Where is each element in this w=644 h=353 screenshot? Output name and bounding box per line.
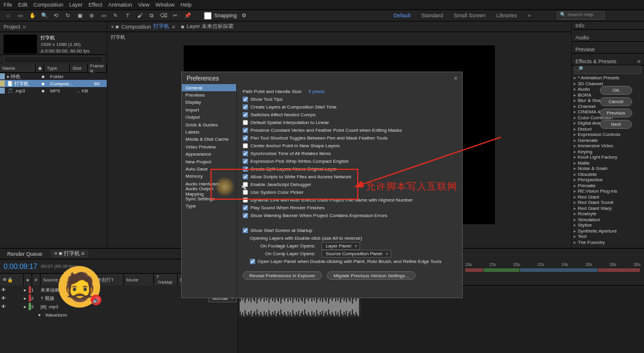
- rotate-tool-icon[interactable]: ↻: [63, 11, 73, 20]
- preview-panel-header[interactable]: Preview: [572, 45, 644, 54]
- tab-render-queue[interactable]: Render Queue: [4, 251, 46, 257]
- fx-category[interactable]: ▸Rowbyte: [572, 211, 644, 217]
- footage-layer-select[interactable]: Layer Panel: [321, 242, 360, 250]
- workspace-small-screen[interactable]: Small Screen: [454, 13, 486, 18]
- menu-file[interactable]: File: [4, 2, 13, 8]
- opt-splitabove-checkbox[interactable]: [243, 166, 248, 172]
- fx-category[interactable]: ▸Keying: [572, 149, 644, 155]
- fx-category[interactable]: ▸Expression Controls: [572, 132, 644, 138]
- eraser-tool-icon[interactable]: ⌫: [159, 11, 168, 20]
- opt-pickwhip-checkbox[interactable]: [243, 159, 248, 164]
- opt-syscolor-checkbox[interactable]: [243, 190, 248, 195]
- migrate-settings-button[interactable]: Migrate Previous Version Settings...: [327, 271, 416, 280]
- opt-warnexpr-checkbox[interactable]: [243, 213, 248, 218]
- prefs-category-video-preview[interactable]: Video Preview: [182, 143, 236, 150]
- snap-opts-icon[interactable]: ⚙: [239, 11, 249, 20]
- prefs-category-previews[interactable]: Previews: [182, 91, 236, 98]
- puppet-tool-icon[interactable]: 📌: [182, 11, 192, 20]
- panel-menu-icon[interactable]: ≡: [23, 24, 26, 30]
- project-row-audio[interactable]: 🎵 .mp3 ■ MP3 ... KB: [0, 87, 107, 94]
- opt-switches-checkbox[interactable]: [243, 112, 248, 117]
- home-icon[interactable]: ⌂: [4, 11, 13, 20]
- fx-category[interactable]: ▸Red Giant Toonit: [572, 200, 644, 206]
- opt-openlayer-checkbox[interactable]: [250, 259, 255, 264]
- fx-category[interactable]: ▸Primatte: [572, 183, 644, 189]
- anchor-tool-icon[interactable]: ⊕: [87, 11, 97, 20]
- cancel-button[interactable]: Cancel: [600, 97, 632, 106]
- selection-tool-icon[interactable]: ▭: [16, 11, 25, 20]
- help-search-input[interactable]: 🔍 Search Help: [557, 11, 605, 20]
- effects-search-input[interactable]: 🔎: [574, 66, 642, 74]
- prefs-category-media-disk-cache[interactable]: Media & Disk Cache: [182, 136, 236, 143]
- project-row-comp[interactable]: 📑 打字机 ■ Composi... 60: [0, 80, 107, 87]
- comp-layer-select[interactable]: Source Composition Panel: [321, 250, 391, 258]
- comp-tab[interactable]: × ■ Composition 打字机 ≡: [111, 23, 175, 30]
- fx-category[interactable]: ▸The Foundry: [572, 240, 644, 246]
- fx-category[interactable]: ▸* Animation Presets: [572, 75, 644, 81]
- opt-dynlink-checkbox[interactable]: [243, 197, 248, 203]
- current-time[interactable]: 0:00:09:17: [4, 262, 38, 271]
- prefs-category-auto-save[interactable]: Auto-Save: [182, 165, 236, 172]
- menu-animation[interactable]: Animation: [108, 2, 132, 8]
- fx-category[interactable]: ▸Text: [572, 234, 644, 240]
- audio-panel-header[interactable]: Audio: [572, 33, 644, 42]
- menu-help[interactable]: Help: [181, 2, 192, 8]
- roto-tool-icon[interactable]: ✂: [171, 11, 180, 20]
- fx-category[interactable]: ▸Knoll Light Factory: [572, 154, 644, 160]
- prefs-category-display[interactable]: Display: [182, 99, 236, 106]
- fx-category[interactable]: ▸Red Giant: [572, 194, 644, 200]
- menu-effect[interactable]: Effect: [89, 2, 103, 8]
- workspace-default[interactable]: Default: [394, 13, 411, 18]
- opt-preserve-checkbox[interactable]: [243, 128, 248, 133]
- menu-view[interactable]: View: [138, 2, 149, 8]
- workspace-standard[interactable]: Standard: [421, 13, 443, 18]
- info-panel-header[interactable]: Info: [572, 21, 644, 30]
- fx-category[interactable]: ▸Matte: [572, 160, 644, 166]
- prefs-category-labels[interactable]: Labels: [182, 128, 236, 135]
- project-row-folder[interactable]: ▸ 特色 ■ Folder: [0, 73, 107, 80]
- opt-scripts-checkbox[interactable]: [243, 174, 248, 179]
- close-icon[interactable]: ×: [454, 75, 457, 82]
- previous-button[interactable]: Previous: [600, 109, 632, 117]
- stamp-tool-icon[interactable]: ⧉: [147, 11, 156, 20]
- brush-tool-icon[interactable]: 🖌: [135, 11, 144, 20]
- shape-tool-icon[interactable]: ▭: [99, 11, 109, 20]
- fx-category[interactable]: ▸Synthetic Aperture: [572, 228, 644, 234]
- next-button[interactable]: Next: [600, 120, 632, 129]
- workspace-more-icon[interactable]: »: [528, 13, 531, 18]
- menu-window[interactable]: Window: [156, 2, 175, 8]
- prefs-category-audio-output-mapping[interactable]: Audio Output Mapping: [182, 187, 236, 194]
- opt-sync-checkbox[interactable]: [243, 151, 248, 156]
- fx-category[interactable]: ▸Red Giant Warp: [572, 206, 644, 212]
- opt-startup-checkbox[interactable]: [243, 228, 248, 233]
- workspace-libraries[interactable]: Libraries: [496, 13, 517, 18]
- orbit-tool-icon[interactable]: ⟲: [51, 11, 61, 20]
- prefs-category-import[interactable]: Import: [182, 106, 236, 113]
- reveal-prefs-button[interactable]: Reveal Preferences in Explorer: [243, 271, 322, 280]
- prefs-category-type[interactable]: Type: [182, 202, 236, 209]
- text-tool-icon[interactable]: T: [123, 11, 132, 20]
- prefs-category-output[interactable]: Output: [182, 114, 236, 121]
- pen-tool-icon[interactable]: ✎: [111, 11, 120, 20]
- timeline-waveform-row[interactable]: ▾Waveform: [0, 311, 238, 319]
- prefs-category-memory[interactable]: Memory: [182, 173, 236, 180]
- prefs-category-grids-guides[interactable]: Grids & Guides: [182, 121, 236, 128]
- timeline-layer[interactable]: 👁▸3[B] .mp3: [0, 302, 238, 311]
- fx-category[interactable]: ▸RE:Vision Plug-ins: [572, 188, 644, 194]
- fx-category[interactable]: ▸Simulation: [572, 217, 644, 223]
- opt-create_start-checkbox[interactable]: [243, 104, 248, 110]
- path-size-value[interactable]: 5 pixels: [308, 89, 324, 94]
- layer-tab[interactable]: ■ Layer 未来信标探索: [181, 23, 234, 30]
- opt-pentool-checkbox[interactable]: [243, 135, 248, 141]
- opt-jsdbg-checkbox[interactable]: [243, 182, 248, 187]
- effects-panel-header[interactable]: Effects & Presets≡: [572, 57, 644, 66]
- project-search-input[interactable]: [4, 56, 103, 63]
- tab-comp[interactable]: × ■ 打字机 ≡: [51, 250, 88, 258]
- fx-category[interactable]: ▸Generate: [572, 138, 644, 144]
- fx-category[interactable]: ▸Noise & Grain: [572, 166, 644, 172]
- opt-anchor-checkbox[interactable]: [243, 143, 248, 148]
- menu-edit[interactable]: Edit: [18, 2, 28, 8]
- zoom-tool-icon[interactable]: 🔍: [39, 11, 49, 20]
- opt-spatial-checkbox[interactable]: [243, 120, 248, 125]
- project-tab[interactable]: Project: [4, 24, 20, 30]
